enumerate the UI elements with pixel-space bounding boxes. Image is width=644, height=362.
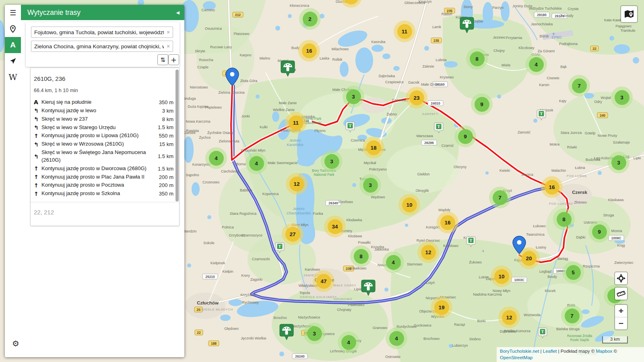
cluster-marker[interactable]: 7 bbox=[561, 305, 583, 327]
cluster-count: 10 bbox=[494, 269, 509, 284]
cluster-marker[interactable]: 19 bbox=[431, 296, 452, 318]
cluster-marker[interactable]: 8 bbox=[350, 245, 372, 267]
cluster-marker[interactable]: 3 bbox=[343, 86, 364, 107]
route-from-input[interactable] bbox=[31, 27, 173, 38]
cluster-marker[interactable]: 4 bbox=[246, 152, 267, 174]
step-distance: 200 m bbox=[153, 174, 173, 180]
cluster-marker[interactable]: 3 bbox=[321, 150, 343, 172]
plus-icon: + bbox=[171, 56, 177, 64]
clear-to-icon[interactable]: × bbox=[166, 43, 171, 49]
left-maneuver-icon: ↰ bbox=[34, 107, 41, 114]
zoom-in-button[interactable]: + bbox=[615, 305, 627, 317]
cluster-marker[interactable]: 3 bbox=[611, 86, 633, 108]
hamburger-icon: ☰ bbox=[10, 8, 16, 17]
layers-map-button[interactable] bbox=[620, 5, 638, 23]
cluster-marker[interactable]: 7 bbox=[568, 75, 590, 97]
step-distance: 15 km bbox=[153, 141, 173, 147]
attribution-link[interactable]: Leaflet bbox=[543, 349, 557, 354]
cluster-count: 23 bbox=[409, 90, 424, 105]
route-step[interactable]: ↑Kontynuuj jazdę prosto w Dworcowa (2680… bbox=[34, 165, 173, 173]
sidebar-header: Wytyczanie trasy ◀ bbox=[21, 5, 184, 20]
cluster-marker[interactable]: 9 bbox=[588, 221, 610, 243]
cluster-marker[interactable]: 11 bbox=[394, 21, 415, 42]
cluster-marker[interactable] bbox=[340, 0, 362, 8]
step-instruction: Kontynuuj jazdę prosto w Dworcowa (2680G… bbox=[41, 165, 153, 173]
cluster-marker[interactable]: 5 bbox=[562, 261, 584, 283]
cluster-marker[interactable]: 27 bbox=[282, 223, 303, 245]
cluster-marker[interactable]: 4 bbox=[338, 331, 359, 353]
add-waypoint-button[interactable]: + bbox=[168, 54, 179, 65]
route-step[interactable]: AKieruj się na południe350 m bbox=[34, 98, 173, 107]
cluster-marker[interactable]: 9 bbox=[471, 93, 493, 115]
cluster-count: 16 bbox=[440, 215, 455, 230]
cluster-marker[interactable]: 4 bbox=[525, 53, 547, 75]
route-step[interactable]: ↑Kontynuuj jazdę prosto w Lipowa (2610G)… bbox=[34, 132, 173, 140]
cluster-marker[interactable]: 12 bbox=[286, 173, 308, 195]
cluster-marker[interactable]: 3 bbox=[608, 152, 630, 173]
cluster-marker[interactable]: 3 bbox=[303, 323, 325, 344]
cluster-marker[interactable]: 4 bbox=[386, 327, 407, 349]
route-step[interactable]: ↰Skręć w lewo w Starego Urzędu1.5 km bbox=[34, 123, 173, 132]
settings-button[interactable]: ⚙ bbox=[12, 339, 19, 348]
cluster-marker[interactable]: 4 bbox=[205, 147, 227, 169]
route-step[interactable]: ↰Skręć w lewo w Wrzosowa (2610G)15 km bbox=[34, 140, 173, 148]
measure-button[interactable] bbox=[614, 287, 628, 300]
cluster-marker[interactable]: 10 bbox=[491, 265, 512, 287]
cluster-count: 5 bbox=[566, 265, 581, 280]
route-step[interactable]: ↑Kontynuuj jazdę prosto w Pocztowa200 m bbox=[34, 181, 173, 189]
cluster-marker[interactable]: 16 bbox=[541, 176, 563, 198]
scrollbar-thumb[interactable] bbox=[175, 70, 179, 202]
markers-tab[interactable] bbox=[5, 21, 21, 37]
cluster-count: 12 bbox=[421, 245, 436, 260]
cluster-marker[interactable]: 12 bbox=[498, 306, 520, 328]
attribution-link[interactable]: Mapbox bbox=[596, 349, 612, 354]
collapse-button[interactable]: ◀ bbox=[176, 10, 180, 15]
cluster-marker[interactable]: 11 bbox=[285, 112, 307, 134]
cluster-marker[interactable]: 34 bbox=[324, 216, 346, 237]
cluster-marker[interactable]: 16 bbox=[437, 212, 458, 233]
route-step[interactable]: ↑Kontynuuj jazdę prosto w Plac Jana Pawł… bbox=[34, 173, 173, 181]
step-distance: 200 m bbox=[153, 182, 173, 188]
panel-title: Wytyczanie trasy bbox=[27, 8, 176, 17]
cluster-marker[interactable]: 9 bbox=[454, 125, 476, 147]
menu-button[interactable]: ☰ bbox=[5, 5, 21, 21]
route-step[interactable]: ↰Skręć w lewo w 2378 km bbox=[34, 115, 173, 123]
alt-route-name[interactable]: 22, 212 bbox=[34, 209, 176, 216]
clear-from-icon[interactable]: × bbox=[166, 29, 171, 35]
attribution-link[interactable]: OpenStreetMap bbox=[500, 355, 533, 360]
cluster-count: 19 bbox=[434, 300, 449, 315]
cluster-marker[interactable]: 8 bbox=[553, 208, 575, 230]
route-name[interactable]: 2610G, 236 bbox=[34, 75, 176, 82]
cluster-marker[interactable]: 16 bbox=[298, 40, 320, 62]
navigation-tab[interactable] bbox=[5, 53, 21, 69]
cluster-marker[interactable]: 8 bbox=[466, 48, 488, 70]
route-tab[interactable]: A bbox=[5, 37, 21, 53]
route-step[interactable]: ↰Kontynuuj jazdę w lewo3 km bbox=[34, 107, 173, 115]
step-instruction: Kontynuuj jazdę w lewo bbox=[41, 107, 153, 115]
wikipedia-tab[interactable]: W bbox=[5, 69, 21, 85]
attribution-link[interactable]: BoryTucholskie.net bbox=[500, 349, 539, 354]
cluster-marker[interactable]: 12 bbox=[417, 241, 439, 263]
cluster-count: 3 bbox=[346, 89, 361, 104]
pan-control-button[interactable] bbox=[614, 272, 628, 285]
route-step[interactable]: ↰Skręć w lewo w Świętego Jana Nepomucena… bbox=[34, 148, 173, 165]
left-maneuver-icon: ↰ bbox=[34, 141, 41, 148]
cluster-marker[interactable]: 3 bbox=[359, 174, 381, 196]
zoom-out-button[interactable]: − bbox=[615, 317, 627, 329]
step-instruction: Kieruj się na południe bbox=[41, 99, 153, 106]
swap-waypoints-button[interactable]: ⇅ bbox=[157, 54, 168, 65]
cluster-marker[interactable]: 47 bbox=[313, 270, 334, 292]
cluster-marker[interactable]: 23 bbox=[406, 87, 427, 109]
cluster-marker[interactable]: 7 bbox=[489, 187, 511, 208]
step-distance: 350 m bbox=[153, 99, 173, 105]
cluster-marker[interactable]: 18 bbox=[363, 137, 384, 158]
svg-text:T: T bbox=[437, 124, 440, 129]
step-instruction: Skręć w lewo w 237 bbox=[41, 115, 153, 123]
straight-maneuver-icon: ↑ bbox=[34, 165, 41, 172]
cluster-marker[interactable]: 10 bbox=[398, 194, 420, 216]
route-step[interactable]: ↑Kontynuuj jazdę prosto w Szkolna350 m bbox=[34, 189, 173, 198]
cluster-marker[interactable]: 2 bbox=[299, 8, 321, 30]
route-to-input[interactable] bbox=[31, 41, 173, 52]
svg-text:T: T bbox=[278, 244, 281, 249]
cluster-marker[interactable]: 4 bbox=[382, 251, 404, 273]
